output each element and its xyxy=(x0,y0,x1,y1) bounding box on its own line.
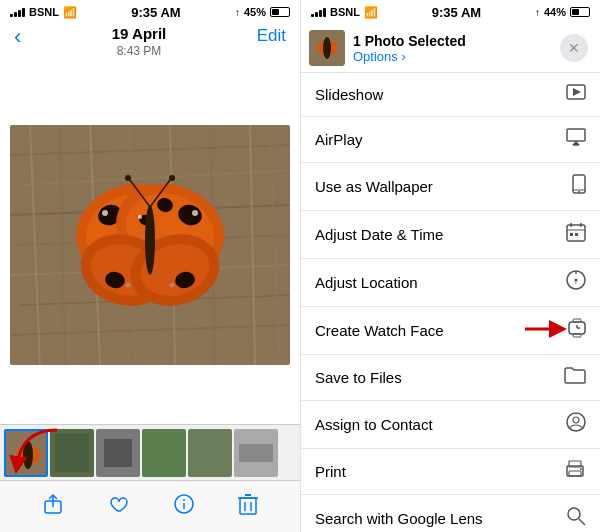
assign-contact-label: Assign to Contact xyxy=(315,416,433,433)
share-header: 1 Photo Selected Options › ✕ xyxy=(301,22,600,73)
print-label: Print xyxy=(315,463,346,480)
airplay-icon xyxy=(566,128,586,151)
svg-point-98 xyxy=(568,508,580,520)
battery-icon-right xyxy=(570,7,590,17)
photo-area xyxy=(0,66,300,424)
save-files-icon xyxy=(564,366,586,389)
thumb-1[interactable] xyxy=(4,429,48,477)
location-arrow-right: ↑ xyxy=(535,7,540,18)
bottom-toolbar xyxy=(0,480,300,532)
menu-list: Slideshow AirPlay Use as Wallpaper xyxy=(301,73,600,532)
menu-item-wallpaper[interactable]: Use as Wallpaper xyxy=(301,163,600,211)
slideshow-icon xyxy=(566,84,586,105)
svg-point-29 xyxy=(138,215,142,219)
carrier-signal-left: BSNL 📶 xyxy=(10,6,77,19)
signal-bars-left xyxy=(10,7,25,17)
svg-point-38 xyxy=(145,205,155,275)
status-right-left: ↑ 45% xyxy=(235,6,290,18)
svg-line-99 xyxy=(579,519,585,525)
info-button[interactable] xyxy=(173,493,195,521)
time-right: 9:35 AM xyxy=(432,5,481,20)
nav-time-sub: 8:43 PM xyxy=(112,44,166,60)
menu-item-google-lens[interactable]: Search with Google Lens xyxy=(301,495,600,532)
svg-rect-88 xyxy=(573,334,581,337)
carrier-name-left: BSNL xyxy=(29,6,59,18)
wallpaper-icon xyxy=(572,174,586,199)
signal-bars-right xyxy=(311,7,326,17)
svg-point-58 xyxy=(183,499,185,501)
svg-rect-50 xyxy=(142,429,186,477)
svg-marker-69 xyxy=(573,88,581,96)
create-watch-label: Create Watch Face xyxy=(315,322,444,339)
svg-point-67 xyxy=(323,37,331,59)
google-lens-label: Search with Google Lens xyxy=(315,510,483,527)
svg-rect-47 xyxy=(55,434,89,472)
menu-item-save-files[interactable]: Save to Files xyxy=(301,355,600,401)
svg-text:i: i xyxy=(575,277,577,286)
svg-point-42 xyxy=(169,175,175,181)
carrier-name-right: BSNL xyxy=(330,6,360,18)
delete-button[interactable] xyxy=(238,494,258,520)
wifi-icon-left: 📶 xyxy=(63,6,77,19)
carrier-signal-right: BSNL 📶 xyxy=(311,6,378,19)
google-lens-icon xyxy=(566,506,586,531)
slideshow-label: Slideshow xyxy=(315,86,383,103)
time-left: 9:35 AM xyxy=(131,5,180,20)
thumb-2[interactable] xyxy=(50,429,94,477)
battery-icon-left xyxy=(270,7,290,17)
svg-rect-70 xyxy=(567,129,585,141)
svg-point-21 xyxy=(102,210,108,216)
svg-point-93 xyxy=(573,417,579,423)
photo-thumb-header xyxy=(309,30,345,66)
menu-item-airplay[interactable]: AirPlay xyxy=(301,117,600,163)
svg-rect-87 xyxy=(573,319,581,322)
thumb-3[interactable] xyxy=(96,429,140,477)
svg-rect-53 xyxy=(239,444,273,462)
svg-rect-81 xyxy=(575,233,578,236)
close-button[interactable]: ✕ xyxy=(560,34,588,62)
heart-button[interactable] xyxy=(107,493,129,521)
svg-point-45 xyxy=(23,441,33,469)
location-arrow-left: ↑ xyxy=(235,7,240,18)
menu-item-assign-contact[interactable]: Assign to Contact xyxy=(301,401,600,449)
svg-point-40 xyxy=(125,175,131,181)
menu-item-adjust-location[interactable]: Adjust Location i xyxy=(301,259,600,307)
assign-contact-icon xyxy=(566,412,586,437)
battery-pct-left: 45% xyxy=(244,6,266,18)
thumb-4[interactable] xyxy=(142,429,186,477)
nav-center: 19 April 8:43 PM xyxy=(112,24,166,59)
nav-bar-left: ‹ 19 April 8:43 PM Edit xyxy=(0,22,300,66)
battery-pct-right: 44% xyxy=(544,6,566,18)
menu-item-adjust-datetime[interactable]: Adjust Date & Time xyxy=(301,211,600,259)
svg-rect-49 xyxy=(104,439,132,467)
menu-item-create-watch[interactable]: Create Watch Face xyxy=(301,307,600,355)
options-link[interactable]: Options › xyxy=(353,49,552,64)
wallpaper-label: Use as Wallpaper xyxy=(315,178,433,195)
back-button[interactable]: ‹ xyxy=(14,24,21,50)
status-right-right: ↑ 44% xyxy=(535,6,590,18)
create-watch-icon xyxy=(568,318,586,343)
svg-rect-80 xyxy=(570,233,573,236)
thumbnail-strip[interactable] xyxy=(0,424,300,480)
left-panel: BSNL 📶 9:35 AM ↑ 45% ‹ 19 April 8:43 PM … xyxy=(0,0,300,532)
selected-count: 1 Photo Selected xyxy=(353,33,552,49)
adjust-datetime-icon xyxy=(566,222,586,247)
svg-point-28 xyxy=(192,210,198,216)
status-bar-left: BSNL 📶 9:35 AM ↑ 45% xyxy=(0,0,300,22)
menu-item-print[interactable]: Print xyxy=(301,449,600,495)
nav-date: 19 April xyxy=(112,24,166,44)
wifi-icon-right: 📶 xyxy=(364,6,378,19)
butterfly-svg xyxy=(10,125,290,365)
share-button[interactable] xyxy=(42,493,64,521)
status-bar-right: BSNL 📶 9:35 AM ↑ 44% xyxy=(301,0,600,22)
red-arrow-right xyxy=(520,314,570,348)
svg-rect-59 xyxy=(240,498,256,514)
svg-point-37 xyxy=(170,283,175,288)
thumb-5[interactable] xyxy=(188,429,232,477)
thumb-6[interactable] xyxy=(234,429,278,477)
back-chevron-icon: ‹ xyxy=(14,24,21,50)
edit-button[interactable]: Edit xyxy=(257,24,286,46)
save-files-label: Save to Files xyxy=(315,369,402,386)
airplay-label: AirPlay xyxy=(315,131,363,148)
menu-item-slideshow[interactable]: Slideshow xyxy=(301,73,600,117)
